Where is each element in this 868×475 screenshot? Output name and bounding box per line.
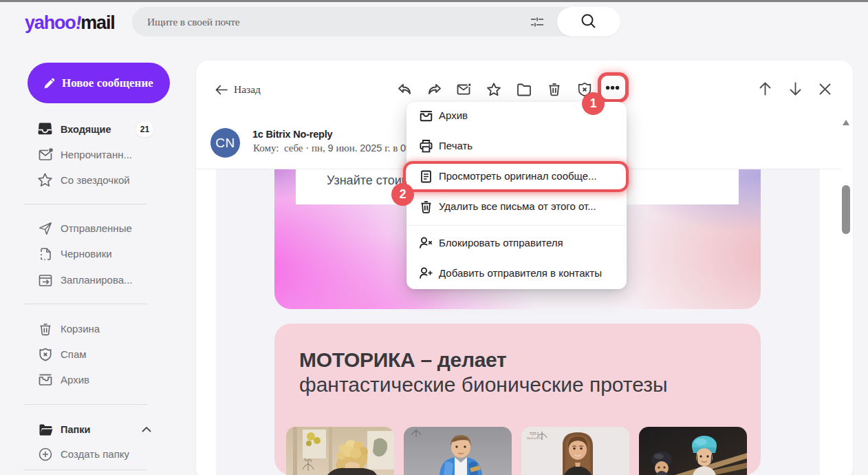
svg-text:Techy: Techy (304, 458, 313, 462)
svg-text:MedTech.РФ: MedTech.РФ (527, 436, 543, 440)
svg-text:ТОП-3: ТОП-3 (530, 432, 539, 436)
